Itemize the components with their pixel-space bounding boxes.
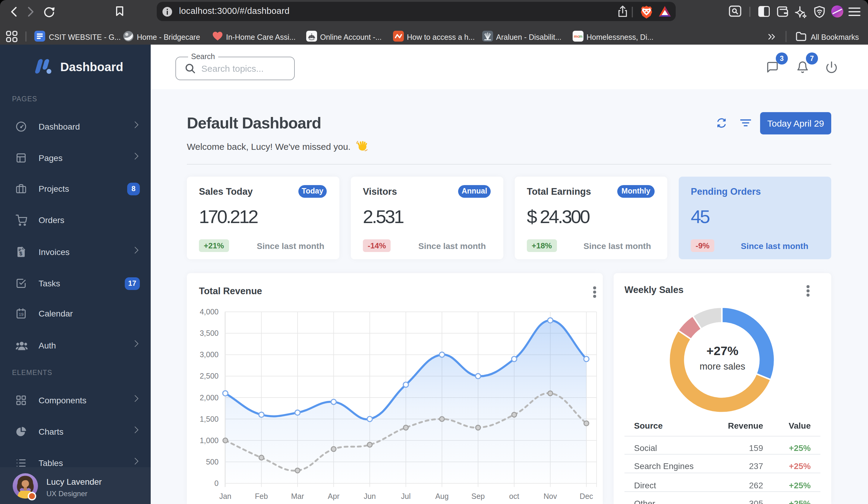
svg-text:Aug: Aug bbox=[435, 492, 448, 500]
svg-text:Jan: Jan bbox=[219, 492, 231, 500]
svg-text:Nov: Nov bbox=[544, 492, 557, 500]
svg-text:oct: oct bbox=[509, 492, 519, 500]
svg-text:500: 500 bbox=[206, 457, 218, 466]
svg-text:0: 0 bbox=[214, 479, 218, 487]
svg-text:Mar: Mar bbox=[291, 492, 304, 500]
svg-text:1,000: 1,000 bbox=[200, 436, 219, 445]
svg-text:Sep: Sep bbox=[471, 492, 485, 500]
svg-text:Dec: Dec bbox=[580, 492, 593, 500]
svg-text:3,500: 3,500 bbox=[200, 329, 219, 337]
svg-text:Jun: Jun bbox=[364, 492, 376, 500]
svg-text:2,500: 2,500 bbox=[200, 372, 219, 380]
svg-text:$: $ bbox=[19, 250, 22, 257]
svg-text:Feb: Feb bbox=[255, 492, 268, 500]
svg-text:2,000: 2,000 bbox=[200, 393, 219, 402]
svg-text:1,500: 1,500 bbox=[200, 415, 219, 423]
svg-text:m: m bbox=[579, 34, 582, 39]
svg-text:19: 19 bbox=[19, 312, 23, 317]
svg-text:mc: mc bbox=[574, 34, 580, 39]
svg-text:Apr: Apr bbox=[328, 492, 340, 500]
svg-text:3,000: 3,000 bbox=[200, 350, 219, 359]
svg-text:4,000: 4,000 bbox=[200, 307, 219, 316]
svg-text:Jul: Jul bbox=[401, 492, 411, 500]
